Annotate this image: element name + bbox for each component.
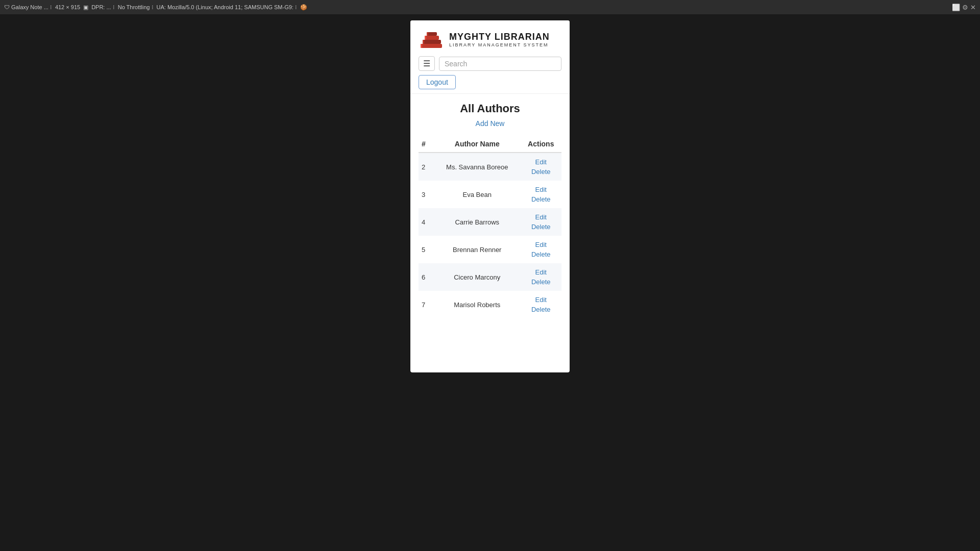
- svg-rect-7: [427, 32, 428, 36]
- table-row: 2Ms. Savanna BoreoeEditDelete: [419, 153, 561, 181]
- app-header: MYGHTY LIBRARIAN LIBRARY MANAGEMENT SYST…: [410, 20, 570, 94]
- row-actions: EditDelete: [521, 263, 562, 291]
- edit-link[interactable]: Edit: [524, 267, 559, 277]
- close-icon: ✕: [970, 4, 976, 11]
- delete-link[interactable]: Delete: [524, 249, 559, 259]
- table-row: 5Brennan RennerEditDelete: [419, 236, 561, 263]
- search-input[interactable]: [439, 57, 561, 71]
- row-author-name: Marisol Roberts: [434, 291, 521, 318]
- browser-tab-cookie: 🍪: [300, 4, 307, 11]
- row-actions: EditDelete: [521, 181, 562, 208]
- browser-tab-throttle: No Throttling ⁝: [118, 4, 154, 11]
- svg-rect-2: [425, 36, 439, 40]
- row-id: 4: [419, 208, 434, 236]
- row-id: 7: [419, 291, 434, 318]
- page-title: All Authors: [419, 102, 561, 115]
- browser-tab-ua: UA: Mozilla/5.0 (Linux; Android 11; SAMS…: [157, 4, 297, 11]
- row-actions: EditDelete: [521, 236, 562, 263]
- authors-tbody: 2Ms. Savanna BoreoeEditDelete3Eva BeanEd…: [419, 153, 561, 318]
- app-container: MYGHTY LIBRARIAN LIBRARY MANAGEMENT SYST…: [410, 20, 570, 372]
- table-header-row: # Author Name Actions: [419, 136, 561, 153]
- table-header: # Author Name Actions: [419, 136, 561, 153]
- row-author-name: Ms. Savanna Boreoe: [434, 153, 521, 181]
- delete-link[interactable]: Delete: [524, 167, 559, 177]
- logo-books-icon: [419, 29, 444, 50]
- authors-table: # Author Name Actions 2Ms. Savanna Boreo…: [419, 136, 561, 318]
- edit-link[interactable]: Edit: [524, 157, 559, 167]
- row-author-name: Carrie Barrows: [434, 208, 521, 236]
- browser-tab-dpr-val: DPR: ... ⁝: [91, 4, 115, 11]
- main-content: All Authors Add New # Author Name Action…: [410, 94, 570, 327]
- browser-tab-size: 412 × 915: [55, 4, 80, 10]
- svg-rect-1: [423, 40, 441, 44]
- row-id: 6: [419, 263, 434, 291]
- row-actions: EditDelete: [521, 208, 562, 236]
- browser-chrome: 🛡 Galaxy Note ... ⁝ 412 × 915 ▣ DPR: ...…: [0, 0, 980, 14]
- svg-rect-4: [423, 40, 424, 44]
- table-row: 3Eva BeanEditDelete: [419, 181, 561, 208]
- delete-link[interactable]: Delete: [524, 194, 559, 204]
- add-new-link[interactable]: Add New: [419, 119, 561, 128]
- col-header-name: Author Name: [434, 136, 521, 153]
- edit-link[interactable]: Edit: [524, 212, 559, 222]
- svg-rect-0: [421, 44, 442, 48]
- row-author-name: Brennan Renner: [434, 236, 521, 263]
- logo-area: MYGHTY LIBRARIAN LIBRARY MANAGEMENT SYST…: [419, 29, 561, 50]
- logo-title: MYGHTY LIBRARIAN: [449, 32, 550, 42]
- row-id: 2: [419, 153, 434, 181]
- svg-rect-5: [425, 36, 426, 40]
- row-actions: EditDelete: [521, 291, 562, 318]
- table-row: 7Marisol RobertsEditDelete: [419, 291, 561, 318]
- edit-link[interactable]: Edit: [524, 185, 559, 194]
- edit-link[interactable]: Edit: [524, 240, 559, 249]
- delete-link[interactable]: Delete: [524, 277, 559, 287]
- browser-controls: ⬜ ⚙ ✕: [952, 4, 976, 11]
- table-row: 6Cicero MarconyEditDelete: [419, 263, 561, 291]
- logo-subtitle: LIBRARY MANAGEMENT SYSTEM: [449, 42, 550, 47]
- row-id: 5: [419, 236, 434, 263]
- svg-rect-3: [421, 44, 422, 48]
- row-author-name: Cicero Marcony: [434, 263, 521, 291]
- delete-link[interactable]: Delete: [524, 305, 559, 314]
- cast-icon: ⬜: [952, 4, 960, 11]
- nav-row: ☰: [419, 56, 561, 71]
- col-header-actions: Actions: [521, 136, 562, 153]
- browser-tab-device: 🛡 Galaxy Note ... ⁝: [4, 4, 52, 11]
- row-actions: EditDelete: [521, 153, 562, 181]
- logo-text: MYGHTY LIBRARIAN LIBRARY MANAGEMENT SYST…: [449, 32, 550, 47]
- row-author-name: Eva Bean: [434, 181, 521, 208]
- delete-link[interactable]: Delete: [524, 222, 559, 232]
- col-header-id: #: [419, 136, 434, 153]
- edit-link[interactable]: Edit: [524, 295, 559, 305]
- browser-tab-dpr: ▣: [83, 4, 88, 11]
- table-row: 4Carrie BarrowsEditDelete: [419, 208, 561, 236]
- logout-button[interactable]: Logout: [419, 75, 456, 89]
- settings-icon: ⚙: [962, 4, 968, 11]
- hamburger-button[interactable]: ☰: [419, 56, 435, 71]
- row-id: 3: [419, 181, 434, 208]
